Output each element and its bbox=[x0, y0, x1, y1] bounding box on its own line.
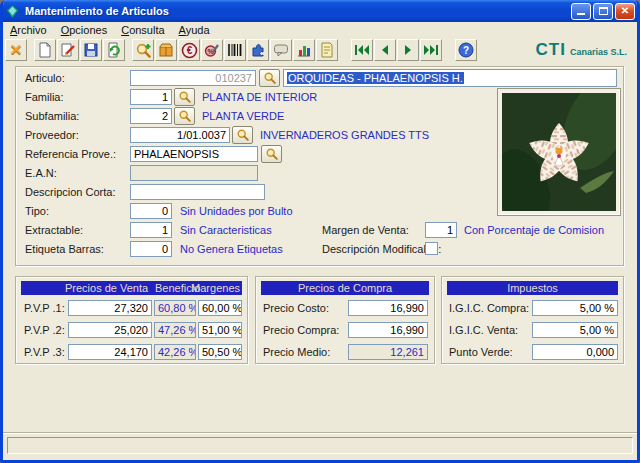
pvp2-beneficio-field: 47,26 % bbox=[154, 322, 196, 338]
article-photo bbox=[497, 88, 621, 216]
status-bar bbox=[7, 437, 633, 454]
subfamilia-lookup-button[interactable] bbox=[174, 107, 195, 125]
proveedor-lookup-button[interactable] bbox=[232, 126, 253, 144]
familia-field[interactable]: 1 bbox=[130, 89, 172, 105]
app-window: Mantenimiento de Articulos ✕ Archivo Opc… bbox=[0, 0, 640, 463]
status-divider bbox=[3, 432, 637, 434]
tipo-field[interactable]: 0 bbox=[130, 203, 172, 219]
magnifier-icon bbox=[263, 71, 277, 85]
header-precios-compra: Precios de Compra bbox=[298, 282, 392, 294]
descripcion-corta-field[interactable] bbox=[130, 184, 265, 200]
referencia-lookup-button[interactable] bbox=[261, 145, 282, 163]
margen-venta-description: Con Porcentaje de Comision bbox=[464, 224, 604, 236]
igic-compra-label: I.G.I.C. Compra: bbox=[449, 302, 529, 314]
pvp2-label: P.V.P .2: bbox=[24, 324, 65, 336]
punto-verde-field[interactable]: 0,000 bbox=[532, 344, 618, 360]
precio-compra-label: Precio Compra: bbox=[263, 324, 339, 336]
proveedor-description: INVERNADEROS GRANDES TTS bbox=[260, 129, 429, 141]
articulo-description-field[interactable]: ORQUIDEAS - PHALAENOPSIS H. bbox=[283, 69, 617, 87]
precio-medio-field: 12,261 bbox=[348, 344, 428, 360]
selected-text: ORQUIDEAS - PHALAENOPSIS H. bbox=[287, 72, 464, 84]
header-precios-venta: Precios de Venta bbox=[65, 281, 148, 295]
precio-compra-field[interactable]: 16,990 bbox=[348, 322, 428, 338]
pvp3-margen-field[interactable]: 50,50 % bbox=[198, 344, 242, 360]
descripcion-modificable-label: Descripción Modificable: bbox=[322, 243, 441, 255]
descripcion-modificable-checkbox[interactable] bbox=[425, 242, 438, 255]
header-margenes: Margenes bbox=[191, 281, 240, 295]
proveedor-label: Proveedor: bbox=[25, 129, 79, 141]
tipo-description: Sin Unidades por Bulto bbox=[180, 205, 293, 217]
pvp1-margen-field[interactable]: 60,00 % bbox=[198, 300, 242, 316]
etiqueta-barras-description: No Genera Etiquetas bbox=[180, 243, 283, 255]
magnifier-icon bbox=[178, 90, 192, 104]
referencia-label: Referencia Prove.: bbox=[25, 148, 116, 160]
pvp1-beneficio-field: 60,80 % bbox=[154, 300, 196, 316]
impuestos-header: Impuestos bbox=[447, 281, 618, 295]
pvp3-beneficio-field: 42,26 % bbox=[154, 344, 196, 360]
etiqueta-barras-field[interactable]: 0 bbox=[130, 241, 172, 257]
tipo-label: Tipo: bbox=[25, 205, 49, 217]
magnifier-icon bbox=[265, 147, 279, 161]
familia-description: PLANTA DE INTERIOR bbox=[202, 91, 317, 103]
articulo-lookup-button[interactable] bbox=[259, 69, 280, 87]
subfamilia-label: Subfamilia: bbox=[25, 110, 79, 122]
descripcion-corta-label: Descripcion Corta: bbox=[25, 186, 115, 198]
ean-field bbox=[130, 165, 258, 181]
igic-venta-label: I.G.I.C. Venta: bbox=[449, 324, 518, 336]
referencia-field[interactable]: PHALAENOPSIS bbox=[130, 146, 258, 162]
pvp3-label: P.V.P .3: bbox=[24, 346, 65, 358]
familia-lookup-button[interactable] bbox=[174, 88, 195, 106]
subfamilia-description: PLANTA VERDE bbox=[202, 110, 284, 122]
pvp2-margen-field[interactable]: 51,00 % bbox=[198, 322, 242, 338]
ean-label: E.A.N: bbox=[25, 167, 57, 179]
precios-compra-header: Precios de Compra bbox=[261, 281, 429, 295]
igic-compra-field[interactable]: 5,00 % bbox=[532, 300, 618, 316]
precio-medio-label: Precio Medio: bbox=[263, 346, 330, 358]
precio-costo-field[interactable]: 16,990 bbox=[348, 300, 428, 316]
familia-label: Familia: bbox=[25, 91, 64, 103]
pvp3-precio-field[interactable]: 24,170 bbox=[68, 344, 152, 360]
precio-costo-label: Precio Costo: bbox=[263, 302, 329, 314]
articulo-label: Articulo: bbox=[25, 72, 65, 84]
margen-venta-label: Margen de Venta: bbox=[322, 224, 409, 236]
etiqueta-barras-label: Etiqueta Barras: bbox=[25, 243, 104, 255]
pvp2-precio-field[interactable]: 25,020 bbox=[68, 322, 152, 338]
extractable-label: Extractable: bbox=[25, 224, 83, 236]
punto-verde-label: Punto Verde: bbox=[449, 346, 513, 358]
subfamilia-field[interactable]: 2 bbox=[130, 108, 172, 124]
orchid-image bbox=[502, 93, 616, 211]
proveedor-field[interactable]: 1/01.0037 bbox=[130, 127, 230, 143]
pvp1-precio-field[interactable]: 27,320 bbox=[68, 300, 152, 316]
extractable-field[interactable]: 1 bbox=[130, 222, 172, 238]
igic-venta-field[interactable]: 5,00 % bbox=[532, 322, 618, 338]
precios-venta-header: Precios de Venta Beneficio Margenes bbox=[21, 281, 242, 295]
pvp1-label: P.V.P .1: bbox=[24, 302, 65, 314]
margen-venta-field[interactable]: 1 bbox=[425, 222, 457, 238]
magnifier-icon bbox=[178, 109, 192, 123]
articulo-code-field[interactable]: 010237 bbox=[130, 70, 256, 86]
header-impuestos: Impuestos bbox=[507, 282, 558, 294]
extractable-description: Sin Caracteristicas bbox=[180, 224, 272, 236]
magnifier-icon bbox=[236, 128, 250, 142]
